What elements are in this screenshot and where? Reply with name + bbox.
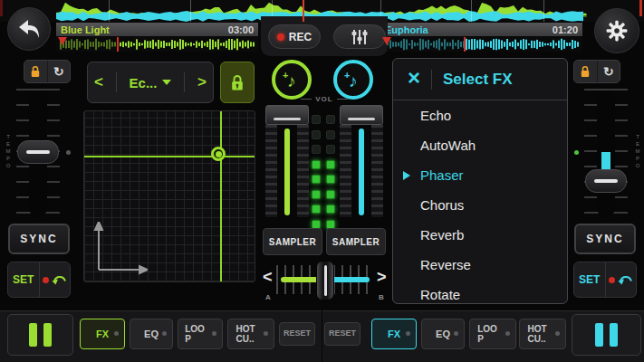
led-on [312, 175, 321, 184]
deck-b-eq-tab[interactable]: EQ [421, 319, 465, 349]
deck-a-eq-tab[interactable]: EQ [130, 319, 173, 349]
deck-b-tempo-handle[interactable] [585, 169, 627, 193]
deck-b-sync-button[interactable]: SYNC [574, 224, 636, 254]
deck-b-track-title: Euphoria [385, 24, 428, 35]
level-meter [312, 115, 335, 229]
fx-list-item-reverse[interactable]: Reverse [393, 250, 567, 280]
deck-a-set-cue-button[interactable]: SET [8, 262, 39, 297]
lock-icon [230, 74, 245, 91]
waveform-end-marker [639, 0, 642, 16]
led-off [326, 145, 335, 154]
select-fx-title: Select FX [443, 71, 513, 89]
deck-a-sampler-button[interactable]: SAMPLER [263, 228, 322, 255]
crossfader-a-label: A [265, 293, 271, 301]
fx-list-item-chorus[interactable]: Chorus [393, 190, 567, 220]
deck-b-set-label: SET [579, 273, 600, 286]
fx-list-item-autowah[interactable]: AutoWah [393, 130, 567, 160]
back-arrow-icon [17, 19, 41, 39]
deck-a-track-time: 03:00 [228, 24, 254, 35]
chevron-down-icon [162, 80, 171, 85]
deck-b-pause-button[interactable] [572, 314, 641, 356]
deck-a-sync-label: SYNC [20, 233, 57, 245]
back-button[interactable] [7, 7, 51, 51]
undo-arrow-icon [52, 274, 66, 285]
crossfader-b-label: B [379, 293, 384, 301]
deck-b-jump-cue-button[interactable] [606, 262, 637, 297]
deck-b-volume-fader[interactable] [340, 105, 383, 223]
deck-b-set-cue-button[interactable]: SET [574, 262, 605, 297]
deck-a-cue-row: SET [7, 262, 71, 298]
select-fx-header: × Select FX [393, 59, 567, 100]
deck-a-reset-button[interactable]: RESET [279, 322, 315, 346]
fx-prev-button[interactable]: < [94, 73, 103, 91]
pause-icon [595, 323, 603, 347]
deck-b-hotcue-tab[interactable]: HOT CU.. [519, 319, 566, 349]
deck-a-loop-tab[interactable]: LOO P [178, 319, 223, 349]
reset-loop-icon: ↻ [603, 65, 614, 78]
led-off [312, 145, 321, 154]
deck-b-position-marker [464, 37, 466, 52]
deck-b-start-marker [382, 37, 391, 45]
deck-a-tempo-lockbar: ↻ [24, 60, 71, 83]
settings-button[interactable] [594, 8, 639, 53]
led-on [326, 190, 335, 199]
lock-icon [30, 65, 41, 78]
music-note-plus-icon: ♪ [287, 72, 296, 90]
fx-next-button[interactable]: > [197, 73, 207, 91]
deck-b-tempo-lock-button[interactable] [574, 61, 597, 82]
crossfader-handle[interactable] [316, 261, 334, 300]
mixer-settings-button[interactable] [333, 24, 386, 49]
deck-b-sampler-button[interactable]: SAMPLER [326, 228, 386, 255]
deck-b-volume-handle[interactable] [340, 105, 383, 125]
select-fx-panel: × Select FX EchoAutoWahPhaserChorusRever… [392, 58, 568, 304]
deck-a-hotcue-tab[interactable]: HOT CU.. [227, 319, 274, 349]
led-on [326, 175, 335, 184]
deck-a-title-bar[interactable]: Blue Light 03:00 [56, 23, 258, 36]
reset-loop-icon: ↻ [53, 65, 64, 78]
fx-selected-name: Ec... [130, 75, 158, 90]
deck-a-track-overview[interactable] [56, 37, 258, 52]
deck-a-tempo-handle[interactable] [17, 140, 59, 164]
deck-b-reset-button[interactable]: RESET [324, 322, 360, 346]
deck-b-title-bar[interactable]: Euphoria 01:20 [380, 23, 582, 36]
fx-list-item-echo[interactable]: Echo [393, 100, 567, 130]
deck-a-jump-cue-button[interactable] [40, 262, 71, 297]
deck-b-cue-row: SET [573, 262, 637, 298]
led-off [312, 130, 321, 139]
undo-arrow-icon [618, 274, 632, 285]
deck-a-track-title: Blue Light [61, 24, 110, 35]
fx-list-item-phaser[interactable]: Phaser [393, 160, 567, 190]
xy-pad-marker[interactable] [211, 147, 226, 161]
led-on [312, 160, 321, 169]
lock-icon [580, 65, 591, 78]
close-icon[interactable]: × [408, 67, 420, 89]
deck-b-add-sample-button[interactable]: ♪ + [333, 60, 373, 100]
crossfader-right-arrow-icon: > [377, 268, 387, 287]
sampler-b-label: SAMPLER [332, 237, 380, 247]
fx-list-item-reverb[interactable]: Reverb [393, 220, 567, 250]
deck-a-pause-button[interactable] [7, 314, 73, 356]
deck-a-sync-button[interactable]: SYNC [8, 224, 70, 254]
pause-icon [29, 323, 37, 347]
fx-list-item-rotate[interactable]: Rotate [393, 280, 567, 304]
deck-b-track-time: 01:20 [553, 24, 578, 35]
xy-pad-vline [220, 111, 222, 282]
fx-name-dropdown[interactable]: Ec... [130, 75, 172, 90]
deck-a-tempo-reset-button[interactable]: ↻ [48, 61, 71, 82]
deck-a-volume-fader[interactable] [265, 105, 309, 223]
deck-a-add-sample-button[interactable]: ♪ + [272, 60, 312, 100]
deck-b-tempo-reset-button[interactable]: ↻ [598, 61, 620, 82]
deck-a-volume-handle[interactable] [265, 105, 309, 125]
crossfader[interactable]: < > A B [261, 261, 388, 304]
deck-a-tempo-lock-button[interactable] [24, 61, 47, 82]
led-on [312, 190, 321, 199]
cue-dot-icon [43, 277, 49, 283]
record-button[interactable]: REC [268, 24, 321, 49]
deck-a-position-marker [117, 37, 119, 52]
deck-b-track-overview[interactable] [380, 37, 582, 52]
deck-b-loop-tab[interactable]: LOO P [469, 319, 516, 349]
fx-xy-pad[interactable] [83, 110, 255, 282]
fx-lock-button[interactable] [220, 62, 255, 103]
deck-b-fx-tab[interactable]: FX [371, 319, 417, 349]
deck-a-fx-tab[interactable]: FX [80, 319, 125, 349]
